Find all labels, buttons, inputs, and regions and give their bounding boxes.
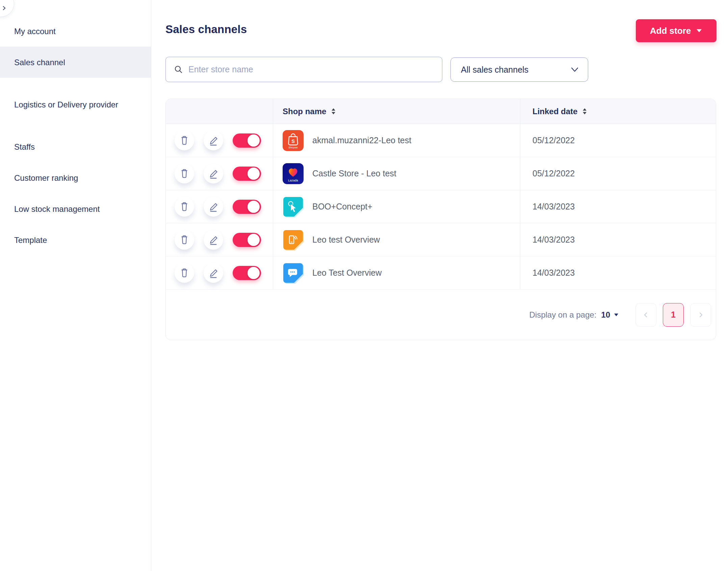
delete-store-button[interactable]	[175, 131, 194, 150]
edit-store-button[interactable]	[204, 164, 223, 183]
page-size-select[interactable]: 10	[601, 310, 619, 320]
linked-date: 05/12/2022	[532, 169, 575, 178]
svg-text:Shopee: Shopee	[288, 146, 298, 149]
table-header: Shop name Linked date	[166, 99, 716, 124]
toggle-knob	[248, 267, 260, 279]
settings-screen: My account Sales channel Logistics or De…	[0, 0, 728, 571]
shop-name: Castle Store - Leo test	[312, 169, 396, 178]
store-enabled-toggle[interactable]	[233, 266, 261, 280]
trash-icon	[178, 168, 190, 180]
linked-date: 14/03/2023	[532, 202, 575, 212]
shop-name: Leo Test Overview	[312, 268, 382, 278]
sales-channels-page: Sales channels Add store All sales chann…	[151, 0, 728, 571]
shop-name-header: Shop name	[283, 107, 326, 116]
store-enabled-toggle[interactable]	[233, 133, 261, 148]
chevron-left-icon	[642, 311, 650, 319]
sidebar-item-label: Logistics or Delivery provider	[14, 98, 118, 111]
sidebar-item-my-account[interactable]: My account	[0, 16, 151, 47]
edit-store-button[interactable]	[204, 197, 223, 217]
shop-name: akmal.muzanni22-Leo test	[312, 135, 411, 145]
shopee-icon: S Shopee	[283, 130, 304, 151]
sales-channels-table: Shop name Linked date	[165, 99, 716, 340]
svg-text:S: S	[291, 138, 295, 144]
add-store-button[interactable]: Add store	[636, 19, 717, 42]
sidebar-item-logistics-or-delivery-provider[interactable]: Logistics or Delivery provider	[0, 78, 151, 131]
pencil-icon	[207, 201, 219, 213]
channel-filter-select[interactable]: All sales channels	[450, 57, 588, 82]
sidebar-item-sales-channel[interactable]: Sales channel	[0, 47, 151, 78]
sidebar-item-low-stock-management[interactable]: Low stock management	[0, 193, 151, 224]
page-size-label: Display on a page:	[529, 310, 597, 320]
sort-icon[interactable]	[331, 108, 336, 115]
sidebar-item-label: Low stock management	[14, 203, 100, 215]
add-store-label: Add store	[650, 26, 691, 36]
settings-sidebar: My account Sales channel Logistics or De…	[0, 0, 151, 571]
prev-page-button[interactable]	[635, 303, 656, 327]
sidebar-item-label: Template	[14, 234, 47, 246]
trash-icon	[178, 134, 190, 147]
store-enabled-toggle[interactable]	[233, 200, 261, 214]
delete-store-button[interactable]	[175, 197, 194, 217]
edit-store-button[interactable]	[204, 230, 223, 250]
pencil-icon	[207, 267, 219, 279]
linked-date-header: Linked date	[532, 107, 577, 116]
table-body: S Shopee akmal.muzanni22-Leo test 05/12/…	[166, 124, 716, 290]
sidebar-item-customer-ranking[interactable]: Customer ranking	[0, 162, 151, 193]
delete-store-button[interactable]	[175, 263, 194, 283]
table-row: Leo Test Overview 14/03/2023	[166, 256, 716, 290]
sort-icon[interactable]	[582, 108, 587, 115]
store-search-box	[165, 57, 442, 82]
chevron-down-icon	[570, 67, 579, 73]
toggle-knob	[248, 134, 260, 147]
caret-down-icon	[696, 28, 702, 33]
channel-filter-value: All sales channels	[461, 65, 528, 75]
chevron-right-icon	[697, 311, 705, 319]
pencil-icon	[207, 234, 219, 246]
pos-click-icon	[283, 196, 304, 217]
contactless-payment-icon	[283, 229, 304, 250]
table-row: Leo test Overview 14/03/2023	[166, 223, 716, 256]
search-input[interactable]	[188, 65, 435, 74]
delete-store-button[interactable]	[175, 230, 194, 250]
trash-icon	[178, 267, 190, 279]
sidebar-item-label: Sales channel	[14, 56, 65, 69]
chat-bubble-icon	[283, 263, 304, 283]
linked-date: 05/12/2022	[532, 135, 575, 145]
shop-name: BOO+Concept+	[312, 202, 372, 212]
toggle-knob	[248, 201, 260, 213]
search-icon	[174, 65, 183, 74]
edit-store-button[interactable]	[204, 263, 223, 283]
sidebar-item-template[interactable]: Template	[0, 224, 151, 255]
pencil-icon	[207, 168, 219, 180]
edit-store-button[interactable]	[204, 131, 223, 150]
table-row: BOO+Concept+ 14/03/2023	[166, 190, 716, 223]
page-number-button[interactable]: 1	[663, 303, 684, 327]
svg-text:Lazada: Lazada	[288, 179, 298, 182]
next-page-button[interactable]	[690, 303, 711, 327]
linked-date: 14/03/2023	[532, 268, 575, 278]
table-footer: Display on a page: 10 1	[166, 290, 716, 340]
sidebar-nav: My account Sales channel Logistics or De…	[0, 0, 151, 255]
sidebar-item-label: Customer ranking	[14, 172, 78, 184]
lazada-icon: Lazada	[283, 163, 304, 184]
table-row: Lazada Castle Store - Leo test 05/12/202…	[166, 157, 716, 190]
linked-date: 14/03/2023	[532, 235, 575, 245]
shop-name: Leo test Overview	[312, 235, 380, 245]
store-enabled-toggle[interactable]	[233, 167, 261, 181]
sidebar-item-label: Staffs	[14, 141, 35, 153]
chevron-right-icon	[1, 5, 7, 11]
store-enabled-toggle[interactable]	[233, 233, 261, 247]
page-title: Sales channels	[165, 23, 247, 36]
pencil-icon	[207, 134, 219, 147]
toggle-knob	[248, 168, 260, 180]
page-size-value: 10	[601, 310, 610, 320]
delete-store-button[interactable]	[175, 164, 194, 183]
caret-down-icon	[614, 313, 619, 317]
sidebar-item-label: My account	[14, 25, 56, 38]
trash-icon	[178, 201, 190, 213]
toggle-knob	[248, 234, 260, 246]
table-row: S Shopee akmal.muzanni22-Leo test 05/12/…	[166, 124, 716, 157]
sidebar-item-staffs[interactable]: Staffs	[0, 131, 151, 162]
trash-icon	[178, 234, 190, 246]
